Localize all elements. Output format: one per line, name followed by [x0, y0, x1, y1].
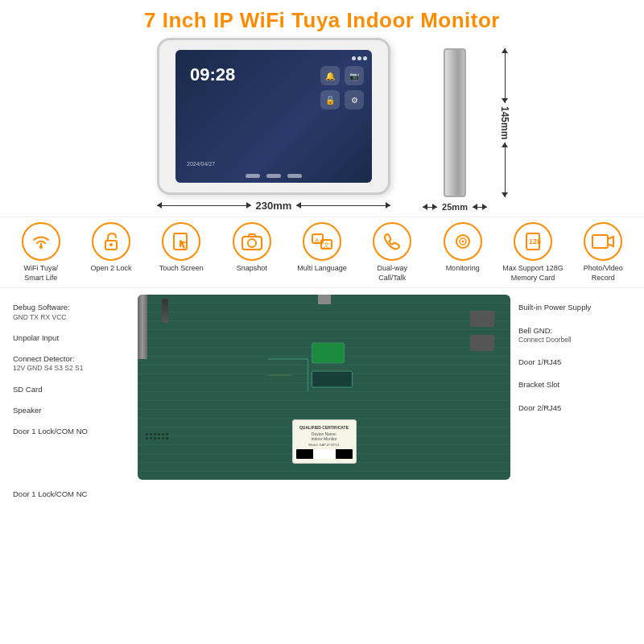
- label-door2-rj45: Door 2/RJ45: [518, 403, 631, 413]
- dual-call-icon: [373, 222, 411, 261]
- feature-photo-video: Photo/VideoRecord: [571, 222, 636, 283]
- app-icon-2: 📷: [345, 66, 364, 85]
- screen-bottom-bar: [246, 174, 302, 178]
- height-dimension: 145mm: [499, 48, 510, 197]
- label-unpolar: Unpolar Input: [13, 333, 130, 343]
- status-dot-3: [363, 56, 367, 60]
- label-debug: Debug Software: GND TX RX VCC: [13, 303, 130, 321]
- pcb-traces: [138, 295, 510, 480]
- front-device-wrap: 09:28 🔔 📷 🔓 ⚙ 2024/04/27 230mm: [157, 38, 390, 212]
- svg-point-5: [248, 239, 256, 247]
- multi-lang-icon: A文: [303, 222, 341, 261]
- app-icons: 🔔 📷 🔓 ⚙: [320, 66, 364, 109]
- feature-monitoring: Monitoring: [430, 222, 495, 283]
- svg-rect-15: [592, 235, 608, 248]
- wifi-tuya-label: WiFi Tuya/Smart Life: [23, 264, 58, 283]
- monitoring-icon: [444, 222, 482, 261]
- height-dim-line-top: [505, 48, 506, 103]
- label-door1-no: Door 1 Lock/COM NO: [13, 427, 130, 436]
- app-icon-1: 🔔: [320, 66, 340, 85]
- depth-dimension: 25mm: [423, 202, 487, 212]
- depth-dim-line-2: [473, 207, 487, 208]
- wifi-tuya-icon: [22, 222, 60, 261]
- memory-icon: 128: [514, 222, 552, 261]
- side-device: [444, 48, 466, 197]
- svg-point-0: [39, 246, 43, 249]
- label-door1-rj45: Door 1/RJ45: [518, 357, 631, 367]
- side-device-wrap: 145mm 25mm: [423, 48, 487, 212]
- open-lock-icon: [92, 222, 130, 261]
- multi-lang-label: Multi Language: [297, 264, 347, 274]
- label-door1-nc: Door 1 Lock/COM NC: [13, 489, 87, 499]
- pcb-board: QUALIFIED CERTIFICATE Device Name: Indoo…: [138, 295, 510, 480]
- device-section: 09:28 🔔 📷 🔓 ⚙ 2024/04/27 230mm: [0, 38, 644, 212]
- width-dim-label: 230mm: [251, 200, 297, 212]
- features-row: WiFi Tuya/Smart Life Open 2 Lock Touch S…: [0, 217, 644, 288]
- screen-status-icons: [352, 56, 367, 60]
- width-dimension: 230mm: [157, 200, 390, 212]
- label-connect-detector: Connect Detector: 12V GND S4 S3 S2 S1: [13, 354, 130, 373]
- left-labels: Debug Software: GND TX RX VCC Unpolar In…: [13, 295, 130, 480]
- memory-label: Max Support 128GMemory Card: [502, 264, 564, 283]
- touch-screen-icon: [162, 222, 200, 261]
- back-section: Debug Software: GND TX RX VCC Unpolar In…: [0, 288, 644, 486]
- touch-screen-label: Touch Screen: [159, 264, 204, 274]
- feature-touch-screen: Touch Screen: [149, 222, 214, 283]
- feature-multi-lang: A文 Multi Language: [289, 222, 354, 283]
- label-built-in-power: Built-in Power Supply: [518, 303, 631, 312]
- label-bell-gnd: Bell GND: Connect Doorbell: [518, 326, 631, 345]
- svg-point-2: [109, 243, 113, 246]
- photo-video-icon: [584, 222, 622, 261]
- status-dot-2: [357, 56, 361, 60]
- monitoring-label: Monitoring: [446, 264, 480, 274]
- depth-dim-label: 25mm: [437, 202, 473, 212]
- screen-time: 09:28: [190, 64, 235, 85]
- right-labels: Built-in Power Supply Bell GND: Connect …: [518, 295, 631, 480]
- svg-point-12: [461, 241, 464, 243]
- snapshot-label: Snapshot: [237, 264, 267, 274]
- status-dot-1: [352, 56, 356, 60]
- svg-text:A: A: [315, 237, 320, 244]
- app-icon-4: ⚙: [345, 90, 364, 109]
- bottom-dot-2: [266, 174, 281, 178]
- feature-open-lock: Open 2 Lock: [78, 222, 143, 283]
- app-icon-3: 🔓: [320, 90, 340, 109]
- device-screen: 09:28 🔔 📷 🔓 ⚙ 2024/04/27: [175, 50, 372, 183]
- label-sd-card: SD Card: [13, 385, 130, 394]
- page-title: 7 Inch IP WiFi Tuya Indoor Monitor: [0, 0, 644, 38]
- feature-wifi-tuya: WiFi Tuya/Smart Life: [8, 222, 73, 283]
- dual-call-label: Dual-wayCall/Talk: [378, 264, 408, 283]
- label-bracket-slot: Bracket Slot: [518, 380, 631, 390]
- screen-date: 2024/04/27: [187, 161, 215, 167]
- feature-memory: 128 Max Support 128GMemory Card: [500, 222, 565, 283]
- svg-text:文: 文: [323, 242, 330, 249]
- photo-video-label: Photo/VideoRecord: [584, 264, 623, 283]
- snapshot-icon: [233, 222, 271, 261]
- bottom-dot-1: [246, 174, 260, 178]
- feature-snapshot: Snapshot: [219, 222, 284, 283]
- open-lock-label: Open 2 Lock: [90, 264, 131, 274]
- height-dim-line-bot: [505, 142, 506, 197]
- svg-rect-20: [312, 371, 353, 387]
- bottom-dot-3: [287, 174, 302, 178]
- svg-rect-19: [312, 343, 345, 363]
- width-dim-line: [157, 205, 251, 206]
- width-dim-line-2: [296, 205, 390, 206]
- front-device: 09:28 🔔 📷 🔓 ⚙ 2024/04/27: [157, 38, 390, 195]
- bottom-labels-row: Door 1 Lock/COM NC: [0, 486, 644, 502]
- depth-dim-line: [423, 207, 437, 208]
- height-dim-label: 145mm: [499, 103, 510, 142]
- feature-dual-call: Dual-wayCall/Talk: [360, 222, 425, 283]
- svg-text:128: 128: [529, 237, 541, 246]
- label-speaker: Speaker: [13, 406, 130, 415]
